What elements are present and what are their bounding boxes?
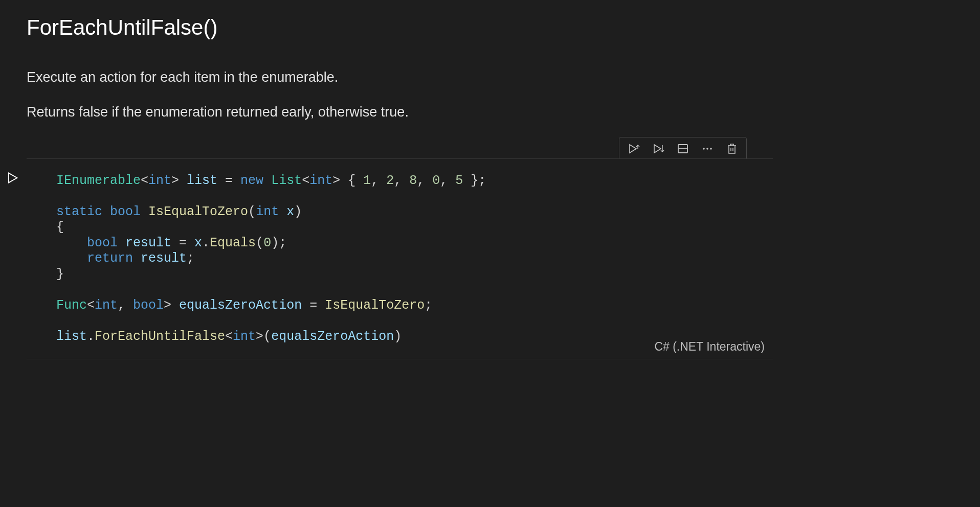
kernel-label[interactable]: C# (.NET Interactive) [654,340,765,354]
code-token: > [164,298,179,313]
code-token [118,236,125,250]
code-token: ( [248,204,256,219]
code-token: list [56,329,87,344]
code-token: 1 [363,173,371,188]
notebook: ForEachUntilFalse() Execute an action fo… [0,0,980,359]
code-token [102,204,110,219]
code-token: result [125,236,171,250]
code-token: ; [425,298,432,313]
code-token: IsEqualToZero [148,204,248,219]
code-token: 5 [455,173,463,188]
split-icon [677,143,689,155]
run-cell-button[interactable] [2,168,23,188]
markdown-cell: ForEachUntilFalse() Execute an action fo… [0,0,980,158]
code-token: = [171,236,194,250]
split-cell-button[interactable] [671,140,695,158]
code-token: bool [110,204,141,219]
code-token [56,251,87,266]
code-token: int [256,204,279,219]
code-token: 8 [409,173,417,188]
delete-cell-button[interactable] [720,140,744,158]
code-token: = [302,298,325,313]
code-token: , [440,173,455,188]
play-down-icon [652,143,664,155]
code-token: static [56,204,102,219]
code-token: < [302,173,309,188]
code-token [141,204,148,219]
code-token: bool [87,236,118,250]
code-token: }; [463,173,486,188]
code-token: 0 [263,236,271,250]
code-token: list [187,173,217,188]
code-token: new [240,173,263,188]
code-token: > { [332,173,363,188]
code-token: . [87,329,95,344]
code-token: > [171,173,187,188]
ellipsis-icon [701,143,714,155]
run-cell-and-below-button[interactable] [646,140,671,158]
code-token: Func [56,298,87,313]
code-token: , [118,298,133,313]
code-token: ) [294,204,302,219]
svg-marker-0 [9,173,17,183]
code-token [263,173,271,188]
description-line-1: Execute an action for each item in the e… [27,68,953,86]
code-token: < [87,298,95,313]
trash-icon [726,143,738,155]
cell-toolbar [619,137,747,160]
code-cell-wrap: IEnumerable<int> list = new List<int> { … [27,158,980,360]
play-up-icon [628,143,640,155]
code-token: ( [256,236,263,250]
code-token: 0 [432,173,440,188]
code-token: 2 [386,173,394,188]
play-icon [5,171,19,185]
code-token: . [202,236,210,250]
code-token: ForEachUntilFalse [95,329,225,344]
code-token: int [309,173,332,188]
code-token: int [233,329,256,344]
page-title: ForEachUntilFalse() [27,15,953,40]
code-token: ; [187,251,194,266]
code-token: { [56,220,64,235]
run-cells-above-button[interactable] [621,140,646,158]
code-token: equalsZeroAction [271,329,394,344]
code-token: ) [394,329,402,344]
code-token: } [56,267,64,282]
code-token: Equals [210,236,256,250]
code-token: bool [133,298,164,313]
code-token: < [225,329,233,344]
svg-marker-1 [630,145,636,153]
code-token [279,204,286,219]
code-token: , [371,173,386,188]
code-token: result [141,251,187,266]
code-token: int [148,173,171,188]
svg-marker-2 [654,145,661,153]
code-token: ); [271,236,286,250]
more-actions-button[interactable] [695,140,720,158]
code-token: int [95,298,118,313]
code-token: x [286,204,294,219]
code-editor[interactable]: IEnumerable<int> list = new List<int> { … [56,173,743,345]
description-line-2: Returns false if the enumeration returne… [27,103,953,121]
code-token: , [394,173,409,188]
code-token: >( [256,329,271,344]
code-cell[interactable]: IEnumerable<int> list = new List<int> { … [27,158,773,360]
code-token: List [271,173,302,188]
svg-point-7 [710,148,712,150]
code-token [56,236,87,250]
code-token: x [194,236,202,250]
svg-point-5 [703,148,705,150]
svg-point-6 [706,148,708,150]
code-token: = [217,173,240,188]
code-token: IEnumerable [56,173,141,188]
code-token: < [141,173,148,188]
code-token: IsEqualToZero [325,298,425,313]
code-token: , [417,173,432,188]
code-token: equalsZeroAction [179,298,302,313]
code-token: return [87,251,133,266]
code-token [133,251,141,266]
